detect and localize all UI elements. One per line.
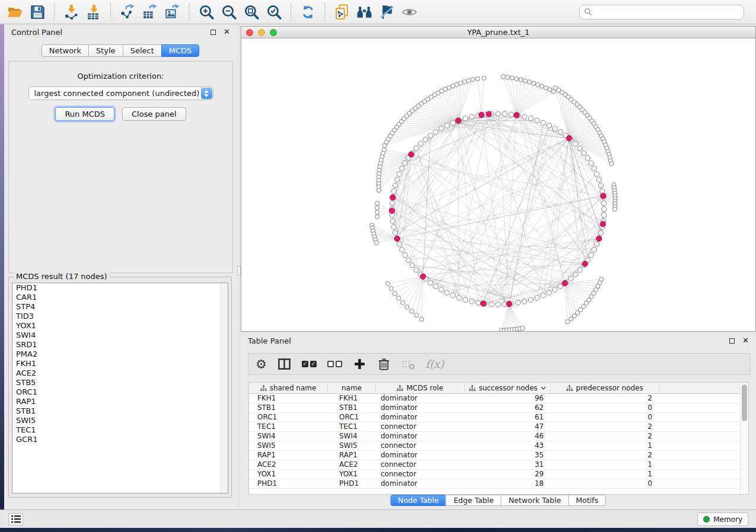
refresh-view-button[interactable] bbox=[298, 2, 318, 22]
search-icon bbox=[584, 8, 592, 16]
zoom-in-button[interactable] bbox=[196, 2, 216, 22]
mcds-result-item[interactable]: GCR1 bbox=[12, 435, 228, 444]
mcds-result-item[interactable]: SRD1 bbox=[12, 340, 228, 350]
import-table-button[interactable] bbox=[84, 2, 104, 22]
export-network-button[interactable] bbox=[117, 2, 138, 22]
table-scrollbar[interactable] bbox=[740, 383, 748, 494]
close-panel-button[interactable]: Close panel bbox=[122, 107, 186, 121]
select-all-button[interactable]: ✓✓ bbox=[302, 357, 317, 372]
clone-network-button[interactable] bbox=[331, 2, 352, 22]
float-table-panel-icon[interactable] bbox=[729, 338, 735, 344]
table-cell: 35 bbox=[465, 451, 551, 460]
mcds-result-item[interactable]: TID3 bbox=[12, 312, 228, 321]
table-row[interactable]: PHD1PHD1dominator180 bbox=[249, 479, 748, 489]
optimization-criterion-select[interactable]: largest connected component (undirected) bbox=[28, 86, 213, 100]
window-minimize-icon[interactable] bbox=[258, 29, 265, 36]
table-row[interactable]: ORC1ORC1dominator610 bbox=[249, 413, 748, 422]
mcds-result-item[interactable]: ORC1 bbox=[12, 387, 228, 397]
tab-network[interactable]: Network bbox=[42, 44, 89, 57]
table-cell: dominator bbox=[376, 403, 465, 412]
import-network-button[interactable] bbox=[61, 2, 81, 22]
mcds-result-item[interactable]: STB1 bbox=[12, 406, 228, 416]
network-window-titlebar[interactable]: YPA_prune.txt_1 bbox=[241, 27, 755, 39]
mcds-result-item[interactable]: ACE2 bbox=[12, 368, 228, 378]
deselect-all-button[interactable] bbox=[327, 357, 342, 372]
mcds-result-item[interactable]: SWI4 bbox=[12, 331, 228, 340]
show-columns-button[interactable] bbox=[277, 357, 291, 372]
binoculars-icon bbox=[356, 4, 372, 20]
tab-motifs[interactable]: Motifs bbox=[568, 495, 606, 506]
table-row[interactable]: SWI5SWI5connector431 bbox=[249, 441, 748, 451]
close-panel-icon[interactable]: ✕ bbox=[224, 29, 230, 35]
mcds-result-item[interactable]: RAP1 bbox=[12, 397, 228, 406]
mcds-result-item[interactable]: STB5 bbox=[12, 378, 228, 387]
toolbar-separator bbox=[189, 3, 190, 21]
network-graph-svg bbox=[241, 39, 755, 331]
column-header-MCDS-role[interactable]: MCDS role bbox=[376, 383, 465, 393]
float-panel-icon[interactable] bbox=[210, 30, 216, 35]
table-row[interactable]: STB1STB1dominator620 bbox=[249, 403, 748, 413]
table-cell: 1 bbox=[551, 441, 659, 450]
column-header-successor-nodes[interactable]: successor nodes bbox=[465, 383, 551, 393]
mcds-result-item[interactable]: PMA2 bbox=[12, 350, 228, 359]
tab-edge-table[interactable]: Edge Table bbox=[446, 495, 502, 506]
tab-select[interactable]: Select bbox=[123, 44, 162, 57]
mcds-result-item[interactable]: YOX1 bbox=[12, 321, 228, 331]
column-header-shared-name[interactable]: shared name bbox=[249, 383, 328, 393]
window-maximize-icon[interactable] bbox=[270, 29, 277, 36]
table-row[interactable]: FKH1FKH1dominator962 bbox=[249, 394, 748, 403]
control-panel-tabs: Network Style Select MCDS bbox=[4, 44, 237, 57]
export-table-button[interactable] bbox=[140, 2, 160, 22]
zoom-out-button[interactable] bbox=[219, 2, 239, 22]
close-table-panel-icon[interactable]: ✕ bbox=[742, 338, 749, 344]
table-row[interactable]: RAP1RAP1dominator352 bbox=[249, 451, 748, 460]
table-cell: FKH1 bbox=[249, 394, 328, 403]
tab-network-table[interactable]: Network Table bbox=[501, 495, 569, 506]
fit-content-button[interactable] bbox=[241, 2, 261, 22]
table-cell: dominator bbox=[376, 394, 465, 403]
export-image-button[interactable] bbox=[162, 2, 183, 22]
table-settings-button[interactable]: ⚙ bbox=[256, 357, 267, 372]
optimization-criterion-label: Optimization criterion: bbox=[9, 72, 232, 81]
tab-mcds[interactable]: MCDS bbox=[161, 44, 200, 57]
columns-icon bbox=[277, 357, 291, 371]
node-table: shared namenameMCDS rolesuccessor nodesp… bbox=[248, 382, 749, 495]
column-header-predecessor-nodes[interactable]: predecessor nodes bbox=[551, 383, 659, 393]
run-mcds-button[interactable]: Run MCDS bbox=[55, 107, 114, 121]
column-header-name[interactable]: name bbox=[328, 383, 376, 393]
tab-style[interactable]: Style bbox=[88, 44, 123, 57]
mcds-result-item[interactable]: SWI5 bbox=[12, 416, 228, 425]
search-field[interactable] bbox=[579, 5, 744, 20]
table-row[interactable]: TEC1TEC1connector472 bbox=[249, 422, 748, 432]
task-history-button[interactable] bbox=[8, 513, 23, 525]
toolbar-separator bbox=[54, 3, 55, 21]
mcds-list-scrollbar[interactable] bbox=[221, 283, 228, 493]
table-row[interactable]: ACE2ACE2connector311 bbox=[249, 460, 748, 470]
scrollbar-thumb[interactable] bbox=[742, 384, 747, 421]
search-input[interactable] bbox=[595, 8, 739, 17]
memory-button[interactable]: Memory bbox=[697, 512, 748, 526]
tab-node-table[interactable]: Node Table bbox=[390, 495, 446, 506]
table-row[interactable]: SWI4SWI4dominator462 bbox=[249, 432, 748, 441]
network-graph[interactable] bbox=[241, 39, 755, 331]
mcds-result-item[interactable]: STP4 bbox=[12, 302, 228, 312]
fit-selected-button[interactable] bbox=[264, 2, 284, 22]
mcds-result-item[interactable]: FKH1 bbox=[12, 359, 228, 368]
zoom-out-icon bbox=[221, 4, 237, 20]
save-session-button[interactable] bbox=[27, 2, 47, 22]
mcds-result-item[interactable]: CAR1 bbox=[12, 293, 228, 302]
open-session-button[interactable] bbox=[5, 2, 25, 22]
add-column-button[interactable] bbox=[353, 357, 366, 372]
show-hide-button[interactable] bbox=[399, 2, 419, 22]
toolbar-separator bbox=[110, 3, 111, 21]
mcds-result-item[interactable]: TEC1 bbox=[12, 425, 228, 435]
delete-column-button[interactable] bbox=[377, 357, 391, 372]
table-row[interactable]: YOX1YOX1connector291 bbox=[249, 470, 748, 479]
toggle-graphics-details-button[interactable] bbox=[377, 2, 397, 22]
find-button[interactable] bbox=[354, 2, 374, 22]
table-cell: SWI4 bbox=[249, 432, 328, 441]
window-close-icon[interactable] bbox=[246, 29, 253, 36]
table-cell: ACE2 bbox=[249, 460, 328, 469]
table-panel: Table Panel ✕ ⚙ ✓✓ f(x) bbox=[241, 333, 756, 509]
mcds-result-item[interactable]: PHD1 bbox=[12, 283, 228, 293]
